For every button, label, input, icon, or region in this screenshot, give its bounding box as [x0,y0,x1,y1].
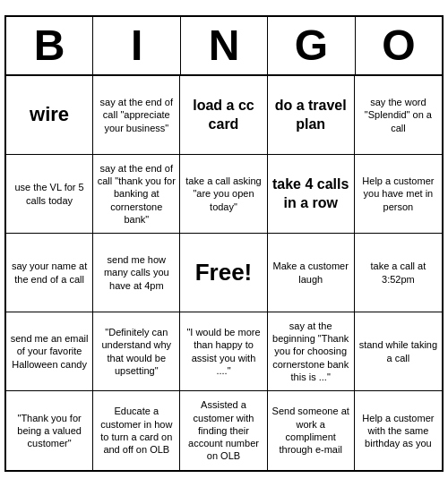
bingo-cell-3: do a travel plan [268,76,355,155]
bingo-cell-10: say your name at the end of a call [6,234,93,312]
bingo-cell-18: say at the beginning "Thank you for choo… [268,312,355,391]
bingo-cell-14: take a call at 3:52pm [355,234,442,312]
bingo-header: BINGO [6,17,442,76]
bingo-cell-8: take 4 calls in a row [268,155,355,234]
bingo-cell-13: Make a customer laugh [268,234,355,312]
bingo-letter-o: O [356,17,442,74]
bingo-cell-19: stand while taking a call [355,312,442,391]
bingo-cell-7: take a call asking "are you open today" [180,155,267,234]
bingo-cell-15: send me an email of your favorite Hallow… [6,312,93,391]
bingo-cell-12: Free! [180,234,267,312]
bingo-cell-5: use the VL for 5 calls today [6,155,93,234]
bingo-cell-23: Send someone at work a compliment throug… [268,391,355,470]
bingo-letter-n: N [181,17,268,74]
bingo-letter-i: I [93,17,180,74]
bingo-cell-6: say at the end of call "thank you for ba… [93,155,180,234]
bingo-cell-9: Help a customer you have met in person [355,155,442,234]
bingo-cell-17: "I would be more than happy to assist yo… [180,312,267,391]
bingo-cell-21: Educate a customer in how to turn a card… [93,391,180,470]
bingo-cell-20: "Thank you for being a valued customer" [6,391,93,470]
bingo-cell-16: "Definitely can understand why that woul… [93,312,180,391]
bingo-cell-22: Assisted a customer with finding their a… [180,391,267,470]
bingo-cell-24: Help a customer with the same birthday a… [355,391,442,470]
bingo-cell-2: load a cc card [180,76,267,155]
bingo-cell-0: wire [6,76,93,155]
bingo-cell-11: send me how many calls you have at 4pm [93,234,180,312]
bingo-card: BINGO wiresay at the end of call "apprec… [4,15,444,472]
bingo-letter-b: B [6,17,93,74]
bingo-cell-1: say at the end of call "appreciate your … [93,76,180,155]
bingo-cell-4: say the word "Splendid" on a call [355,76,442,155]
bingo-letter-g: G [268,17,355,74]
bingo-grid: wiresay at the end of call "appreciate y… [6,76,442,470]
